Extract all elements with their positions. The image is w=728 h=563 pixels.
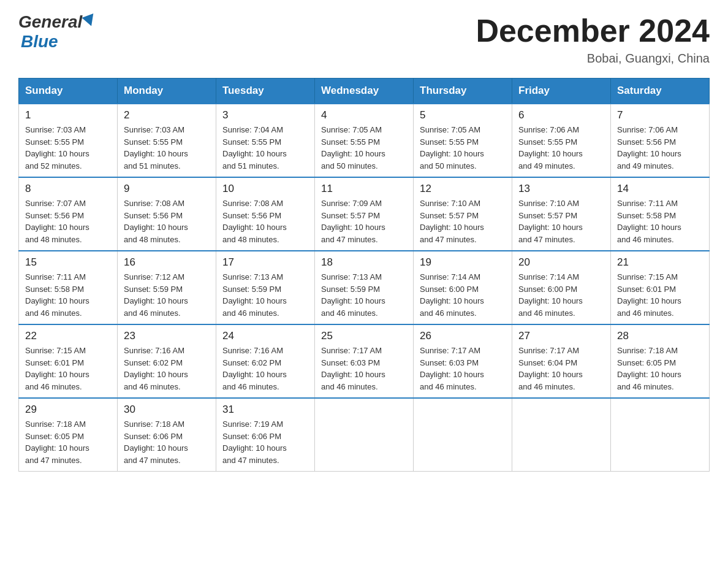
day-info: Sunrise: 7:08 AMSunset: 5:56 PMDaylight:… bbox=[222, 197, 308, 245]
calendar-cell: 27Sunrise: 7:17 AMSunset: 6:04 PMDayligh… bbox=[512, 324, 611, 398]
day-number: 24 bbox=[222, 330, 308, 342]
calendar-header-monday: Monday bbox=[118, 79, 216, 104]
day-number: 1 bbox=[25, 109, 111, 121]
day-info: Sunrise: 7:09 AMSunset: 5:57 PMDaylight:… bbox=[321, 197, 407, 245]
day-info: Sunrise: 7:15 AMSunset: 6:01 PMDaylight:… bbox=[617, 271, 703, 319]
calendar-cell: 26Sunrise: 7:17 AMSunset: 6:03 PMDayligh… bbox=[414, 324, 512, 398]
calendar-cell: 16Sunrise: 7:12 AMSunset: 5:59 PMDayligh… bbox=[118, 251, 216, 324]
day-info: Sunrise: 7:07 AMSunset: 5:56 PMDaylight:… bbox=[25, 197, 111, 245]
day-number: 14 bbox=[617, 183, 703, 195]
calendar-cell: 12Sunrise: 7:10 AMSunset: 5:57 PMDayligh… bbox=[414, 177, 512, 251]
calendar-cell: 24Sunrise: 7:16 AMSunset: 6:02 PMDayligh… bbox=[216, 324, 315, 398]
day-info: Sunrise: 7:15 AMSunset: 6:01 PMDaylight:… bbox=[25, 345, 111, 393]
calendar-header-saturday: Saturday bbox=[611, 79, 710, 104]
logo: General Blue bbox=[18, 12, 96, 52]
day-info: Sunrise: 7:03 AMSunset: 5:55 PMDaylight:… bbox=[25, 124, 111, 172]
calendar-cell: 30Sunrise: 7:18 AMSunset: 6:06 PMDayligh… bbox=[118, 398, 216, 472]
calendar-cell: 20Sunrise: 7:14 AMSunset: 6:00 PMDayligh… bbox=[512, 251, 611, 324]
day-info: Sunrise: 7:04 AMSunset: 5:55 PMDaylight:… bbox=[222, 124, 308, 172]
calendar-week-1: 1Sunrise: 7:03 AMSunset: 5:55 PMDaylight… bbox=[19, 104, 710, 177]
calendar-cell: 11Sunrise: 7:09 AMSunset: 5:57 PMDayligh… bbox=[315, 177, 414, 251]
day-info: Sunrise: 7:03 AMSunset: 5:55 PMDaylight:… bbox=[124, 124, 210, 172]
calendar-cell: 1Sunrise: 7:03 AMSunset: 5:55 PMDaylight… bbox=[19, 104, 118, 177]
day-info: Sunrise: 7:16 AMSunset: 6:02 PMDaylight:… bbox=[222, 345, 308, 393]
calendar-cell bbox=[414, 398, 512, 472]
calendar-header-tuesday: Tuesday bbox=[216, 79, 315, 104]
day-number: 30 bbox=[124, 404, 210, 416]
day-number: 29 bbox=[25, 404, 111, 416]
day-number: 21 bbox=[617, 256, 703, 269]
day-info: Sunrise: 7:16 AMSunset: 6:02 PMDaylight:… bbox=[124, 345, 210, 393]
day-info: Sunrise: 7:08 AMSunset: 5:56 PMDaylight:… bbox=[124, 197, 210, 245]
calendar-cell: 2Sunrise: 7:03 AMSunset: 5:55 PMDaylight… bbox=[118, 104, 216, 177]
calendar-cell: 18Sunrise: 7:13 AMSunset: 5:59 PMDayligh… bbox=[315, 251, 414, 324]
day-info: Sunrise: 7:13 AMSunset: 5:59 PMDaylight:… bbox=[321, 271, 407, 319]
day-number: 6 bbox=[518, 109, 604, 121]
day-number: 23 bbox=[124, 330, 210, 342]
logo-triangle-icon bbox=[82, 13, 97, 28]
calendar-cell: 22Sunrise: 7:15 AMSunset: 6:01 PMDayligh… bbox=[19, 324, 118, 398]
calendar-header-friday: Friday bbox=[512, 79, 611, 104]
day-info: Sunrise: 7:13 AMSunset: 5:59 PMDaylight:… bbox=[222, 271, 308, 319]
calendar-cell: 31Sunrise: 7:19 AMSunset: 6:06 PMDayligh… bbox=[216, 398, 315, 472]
day-number: 15 bbox=[25, 256, 111, 269]
calendar-cell: 3Sunrise: 7:04 AMSunset: 5:55 PMDaylight… bbox=[216, 104, 315, 177]
title-area: December 2024 Bobai, Guangxi, China bbox=[476, 12, 710, 66]
calendar-cell: 25Sunrise: 7:17 AMSunset: 6:03 PMDayligh… bbox=[315, 324, 414, 398]
day-number: 11 bbox=[321, 183, 407, 195]
calendar-cell: 14Sunrise: 7:11 AMSunset: 5:58 PMDayligh… bbox=[611, 177, 710, 251]
calendar-cell bbox=[315, 398, 414, 472]
day-number: 27 bbox=[518, 330, 604, 342]
calendar-cell: 6Sunrise: 7:06 AMSunset: 5:55 PMDaylight… bbox=[512, 104, 611, 177]
day-info: Sunrise: 7:19 AMSunset: 6:06 PMDaylight:… bbox=[222, 418, 308, 466]
calendar-header-wednesday: Wednesday bbox=[315, 79, 414, 104]
day-number: 12 bbox=[420, 183, 506, 195]
day-number: 22 bbox=[25, 330, 111, 342]
day-number: 8 bbox=[25, 183, 111, 195]
day-info: Sunrise: 7:11 AMSunset: 5:58 PMDaylight:… bbox=[25, 271, 111, 319]
calendar-cell: 9Sunrise: 7:08 AMSunset: 5:56 PMDaylight… bbox=[118, 177, 216, 251]
day-info: Sunrise: 7:11 AMSunset: 5:58 PMDaylight:… bbox=[617, 197, 703, 245]
day-info: Sunrise: 7:06 AMSunset: 5:55 PMDaylight:… bbox=[518, 124, 604, 172]
day-info: Sunrise: 7:14 AMSunset: 6:00 PMDaylight:… bbox=[420, 271, 506, 319]
day-info: Sunrise: 7:10 AMSunset: 5:57 PMDaylight:… bbox=[518, 197, 604, 245]
day-info: Sunrise: 7:18 AMSunset: 6:06 PMDaylight:… bbox=[124, 418, 210, 466]
calendar-cell: 28Sunrise: 7:18 AMSunset: 6:05 PMDayligh… bbox=[611, 324, 710, 398]
calendar-header-thursday: Thursday bbox=[414, 79, 512, 104]
day-info: Sunrise: 7:12 AMSunset: 5:59 PMDaylight:… bbox=[124, 271, 210, 319]
calendar-cell: 13Sunrise: 7:10 AMSunset: 5:57 PMDayligh… bbox=[512, 177, 611, 251]
day-info: Sunrise: 7:14 AMSunset: 6:00 PMDaylight:… bbox=[518, 271, 604, 319]
calendar-cell bbox=[611, 398, 710, 472]
day-info: Sunrise: 7:10 AMSunset: 5:57 PMDaylight:… bbox=[420, 197, 506, 245]
calendar-week-5: 29Sunrise: 7:18 AMSunset: 6:05 PMDayligh… bbox=[19, 398, 710, 472]
calendar-cell: 7Sunrise: 7:06 AMSunset: 5:56 PMDaylight… bbox=[611, 104, 710, 177]
day-info: Sunrise: 7:05 AMSunset: 5:55 PMDaylight:… bbox=[321, 124, 407, 172]
day-number: 18 bbox=[321, 256, 407, 269]
day-info: Sunrise: 7:17 AMSunset: 6:03 PMDaylight:… bbox=[420, 345, 506, 393]
logo-general-text: General bbox=[18, 12, 82, 32]
day-number: 9 bbox=[124, 183, 210, 195]
day-info: Sunrise: 7:18 AMSunset: 6:05 PMDaylight:… bbox=[25, 418, 111, 466]
day-number: 26 bbox=[420, 330, 506, 342]
day-number: 31 bbox=[222, 404, 308, 416]
calendar-week-2: 8Sunrise: 7:07 AMSunset: 5:56 PMDaylight… bbox=[19, 177, 710, 251]
day-info: Sunrise: 7:18 AMSunset: 6:05 PMDaylight:… bbox=[617, 345, 703, 393]
day-info: Sunrise: 7:17 AMSunset: 6:03 PMDaylight:… bbox=[321, 345, 407, 393]
calendar-cell: 29Sunrise: 7:18 AMSunset: 6:05 PMDayligh… bbox=[19, 398, 118, 472]
day-number: 16 bbox=[124, 256, 210, 269]
day-number: 2 bbox=[124, 109, 210, 121]
day-number: 7 bbox=[617, 109, 703, 121]
month-title: December 2024 bbox=[476, 12, 710, 49]
calendar-week-4: 22Sunrise: 7:15 AMSunset: 6:01 PMDayligh… bbox=[19, 324, 710, 398]
day-number: 28 bbox=[617, 330, 703, 342]
day-number: 17 bbox=[222, 256, 308, 269]
calendar-cell: 8Sunrise: 7:07 AMSunset: 5:56 PMDaylight… bbox=[19, 177, 118, 251]
calendar-cell: 23Sunrise: 7:16 AMSunset: 6:02 PMDayligh… bbox=[118, 324, 216, 398]
calendar-cell: 10Sunrise: 7:08 AMSunset: 5:56 PMDayligh… bbox=[216, 177, 315, 251]
calendar-cell bbox=[512, 398, 611, 472]
calendar-header-row: SundayMondayTuesdayWednesdayThursdayFrid… bbox=[19, 79, 710, 104]
calendar-cell: 5Sunrise: 7:05 AMSunset: 5:55 PMDaylight… bbox=[414, 104, 512, 177]
day-number: 20 bbox=[518, 256, 604, 269]
day-number: 13 bbox=[518, 183, 604, 195]
day-number: 19 bbox=[420, 256, 506, 269]
